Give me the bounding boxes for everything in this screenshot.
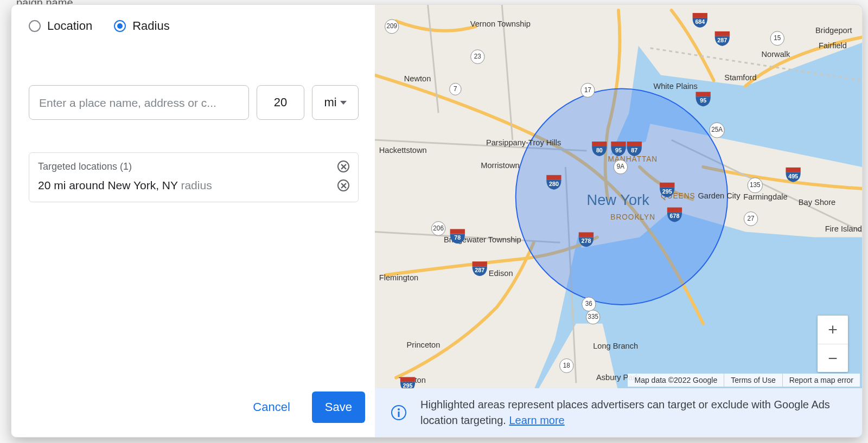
svg-text:Newton: Newton [404, 74, 431, 83]
svg-text:Fire Island: Fire Island [825, 224, 862, 233]
svg-text:MANHATTAN: MANHATTAN [608, 155, 658, 163]
svg-rect-30 [696, 92, 711, 97]
svg-text:495: 495 [788, 173, 798, 179]
svg-text:7: 7 [454, 85, 457, 92]
svg-text:9A: 9A [617, 163, 624, 170]
targeted-locations-heading: Targeted locations (1) [38, 161, 132, 172]
svg-text:684: 684 [695, 18, 705, 25]
radio-selected-icon [114, 20, 126, 32]
svg-text:25A: 25A [711, 126, 723, 133]
unit-select[interactable]: mi [312, 85, 359, 120]
svg-rect-36 [592, 142, 607, 146]
svg-text:206: 206 [433, 224, 444, 232]
svg-text:Garden City: Garden City [698, 191, 741, 200]
svg-text:Stamford: Stamford [724, 73, 756, 82]
svg-text:Vernon Township: Vernon Township [470, 20, 531, 28]
svg-text:27: 27 [748, 215, 755, 222]
svg-text:135: 135 [750, 181, 761, 189]
map-canvas[interactable]: New York MANHATTAN QUEENS BROOKLYN Verno… [375, 5, 862, 437]
chevron-down-icon [340, 101, 347, 105]
svg-text:Bay Shore: Bay Shore [799, 197, 835, 206]
clear-all-icon[interactable] [337, 160, 349, 172]
target-row: 20 mi around New York, NY radius [38, 179, 349, 192]
svg-text:Parsippany-Troy Hills: Parsippany-Troy Hills [486, 138, 561, 147]
map-attribution: Map data ©2022 Google Terms of Use Repor… [628, 374, 860, 387]
svg-text:287: 287 [475, 267, 484, 273]
unit-value: mi [324, 95, 336, 110]
report-error-link[interactable]: Report a map error [782, 374, 860, 387]
info-icon [391, 405, 406, 420]
svg-text:87: 87 [631, 147, 637, 153]
targeting-tabs: Location Radius [29, 19, 359, 33]
svg-text:17: 17 [584, 86, 591, 93]
svg-rect-46 [660, 183, 674, 188]
svg-text:Hackettstown: Hackettstown [379, 146, 427, 155]
svg-text:Long Branch: Long Branch [593, 341, 638, 350]
svg-text:335: 335 [588, 313, 598, 320]
svg-rect-32 [627, 142, 642, 146]
settings-pane: Location Radius Enter a place name, addr… [11, 5, 375, 437]
svg-rect-52 [400, 377, 415, 382]
svg-rect-28 [715, 31, 730, 36]
radio-unselected-icon [29, 20, 41, 32]
terms-link[interactable]: Terms of Use [724, 374, 782, 387]
svg-text:287: 287 [717, 37, 727, 43]
svg-text:Farmingdale: Farmingdale [743, 192, 787, 201]
info-bar: Highlighted areas represent places adver… [375, 388, 862, 437]
svg-text:678: 678 [670, 213, 680, 219]
svg-text:95: 95 [700, 97, 706, 104]
svg-rect-26 [693, 13, 707, 18]
svg-text:Norwalk: Norwalk [762, 50, 790, 59]
svg-text:Edison: Edison [489, 269, 513, 278]
svg-text:Princeton: Princeton [407, 340, 441, 349]
learn-more-link[interactable]: Learn more [509, 414, 564, 426]
remove-target-icon[interactable] [337, 179, 349, 191]
location-radius-modal: Location Radius Enter a place name, addr… [11, 4, 863, 438]
map-data-label: Map data ©2022 Google [628, 374, 724, 387]
svg-rect-48 [667, 208, 682, 213]
tab-radius[interactable]: Radius [114, 19, 169, 33]
svg-rect-34 [611, 142, 626, 146]
svg-text:278: 278 [582, 237, 591, 244]
svg-text:Bridgeport: Bridgeport [815, 26, 852, 35]
save-button[interactable]: Save [312, 391, 365, 423]
svg-text:295: 295 [662, 188, 672, 194]
radius-input[interactable]: 20 [257, 85, 304, 120]
tab-radius-label: Radius [132, 19, 169, 33]
svg-point-82 [398, 408, 400, 410]
svg-rect-50 [786, 168, 800, 172]
zoom-in-button[interactable]: + [818, 316, 848, 344]
svg-rect-83 [398, 412, 400, 417]
svg-text:15: 15 [774, 34, 781, 42]
svg-rect-40 [450, 229, 465, 234]
svg-text:209: 209 [386, 22, 397, 30]
svg-text:80: 80 [596, 147, 603, 153]
svg-rect-38 [546, 175, 561, 180]
svg-text:23: 23 [474, 53, 481, 60]
svg-text:280: 280 [549, 181, 559, 187]
zoom-out-button[interactable]: − [818, 344, 848, 372]
place-input[interactable]: Enter a place name, address or c... [29, 85, 249, 120]
svg-text:White Plains: White Plains [653, 82, 697, 91]
svg-text:Morristown: Morristown [481, 161, 520, 170]
svg-text:78: 78 [454, 234, 461, 241]
svg-rect-42 [473, 261, 487, 266]
svg-text:Flemington: Flemington [379, 273, 418, 282]
cancel-button[interactable]: Cancel [246, 393, 296, 422]
target-text: 20 mi around New York, NY radius [38, 179, 212, 192]
svg-text:18: 18 [563, 362, 570, 369]
svg-text:Fairfield: Fairfield [819, 41, 847, 50]
map-focus-label: New York [586, 191, 649, 208]
tab-location-label: Location [47, 19, 92, 33]
svg-text:95: 95 [615, 147, 622, 153]
svg-text:36: 36 [585, 300, 592, 307]
svg-text:BROOKLYN: BROOKLYN [610, 213, 655, 221]
tab-location[interactable]: Location [29, 19, 92, 33]
svg-rect-44 [579, 232, 593, 237]
info-text: Highlighted areas represent places adver… [420, 397, 846, 428]
map-pane: New York MANHATTAN QUEENS BROOKLYN Verno… [375, 5, 862, 437]
zoom-controls: + − [818, 316, 848, 372]
targeted-locations-box: Targeted locations (1) 20 mi around New … [29, 152, 359, 202]
